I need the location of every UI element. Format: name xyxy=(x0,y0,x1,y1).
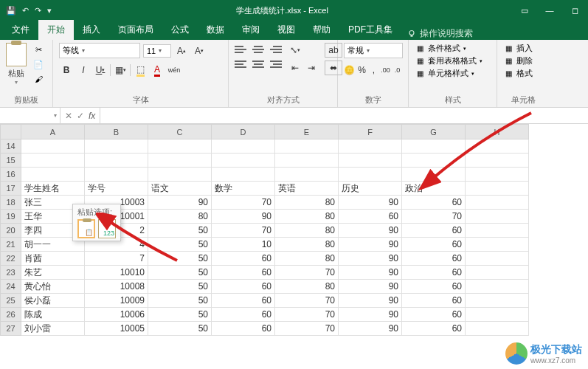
cell-A17[interactable]: 学生姓名 xyxy=(21,182,85,196)
cell-F20[interactable]: 90 xyxy=(339,224,402,238)
cell-H25[interactable] xyxy=(466,294,529,308)
cell-H19[interactable] xyxy=(466,210,529,224)
cell-F25[interactable]: 90 xyxy=(339,294,402,308)
col-header-E[interactable]: E xyxy=(275,125,339,139)
cell-G22[interactable]: 60 xyxy=(402,252,466,266)
tab-view[interactable]: 视图 xyxy=(269,20,304,40)
cell-E23[interactable]: 70 xyxy=(275,266,339,280)
insert-cells-button[interactable]: ▦插入 xyxy=(503,43,543,54)
phonetic-button[interactable]: wén xyxy=(167,63,181,77)
cell-D19[interactable]: 90 xyxy=(212,210,275,224)
row-header-20[interactable]: 20 xyxy=(1,224,21,238)
cell-C21[interactable]: 50 xyxy=(148,238,212,252)
cell-C26[interactable]: 50 xyxy=(148,308,212,322)
cell-H15[interactable] xyxy=(466,154,529,168)
cell-A27[interactable]: 刘小雷 xyxy=(21,322,85,336)
cell-F22[interactable]: 90 xyxy=(339,252,402,266)
currency-button[interactable]: 🪙 xyxy=(344,63,355,77)
row-header-14[interactable]: 14 xyxy=(1,139,21,154)
cell-D18[interactable]: 70 xyxy=(212,196,275,210)
cell-D26[interactable]: 60 xyxy=(212,308,275,322)
cell-H17[interactable] xyxy=(466,182,529,196)
cell-G18[interactable]: 60 xyxy=(402,196,466,210)
cell-A24[interactable]: 黄心怡 xyxy=(21,280,85,294)
cell-G26[interactable]: 60 xyxy=(402,308,466,322)
cell-E27[interactable]: 70 xyxy=(275,322,339,336)
select-all-corner[interactable] xyxy=(1,125,21,139)
row-header-18[interactable]: 18 xyxy=(1,196,21,210)
fx-icon[interactable]: fx xyxy=(89,111,95,121)
cell-H26[interactable] xyxy=(466,308,529,322)
cell-F26[interactable]: 90 xyxy=(339,308,402,322)
cell-A15[interactable] xyxy=(21,154,85,168)
ribbon-options-icon[interactable]: ▭ xyxy=(513,1,536,19)
cell-G16[interactable] xyxy=(402,168,466,182)
col-header-D[interactable]: D xyxy=(212,125,275,139)
cell-F19[interactable]: 60 xyxy=(339,210,402,224)
undo-icon[interactable]: ↶ xyxy=(22,6,29,15)
cell-F18[interactable]: 90 xyxy=(339,196,402,210)
cell-C23[interactable]: 50 xyxy=(148,266,212,280)
cell-D21[interactable]: 10 xyxy=(212,238,275,252)
underline-button[interactable]: U▾ xyxy=(93,63,108,77)
cell-G15[interactable] xyxy=(402,154,466,168)
cell-E20[interactable]: 80 xyxy=(275,224,339,238)
fill-color-button[interactable]: ⬚ xyxy=(133,63,148,77)
row-header-23[interactable]: 23 xyxy=(1,266,21,280)
cell-H23[interactable] xyxy=(466,266,529,280)
cell-C14[interactable] xyxy=(148,139,212,154)
maximize-icon[interactable]: ◻ xyxy=(563,1,587,19)
cell-A16[interactable] xyxy=(21,168,85,182)
cell-E17[interactable]: 英语 xyxy=(275,182,339,196)
row-header-15[interactable]: 15 xyxy=(1,154,21,168)
tab-home[interactable]: 开始 xyxy=(38,20,74,40)
tab-insert[interactable]: 插入 xyxy=(74,20,109,40)
cell-C17[interactable]: 语文 xyxy=(148,182,212,196)
row-header-21[interactable]: 21 xyxy=(1,238,21,252)
cell-A26[interactable]: 陈成 xyxy=(21,308,85,322)
cell-G21[interactable]: 60 xyxy=(402,238,466,252)
border-button[interactable]: ▦▾ xyxy=(113,63,128,77)
cell-D16[interactable] xyxy=(212,168,275,182)
cell-F17[interactable]: 历史 xyxy=(339,182,402,196)
cell-G27[interactable]: 60 xyxy=(402,322,466,336)
tell-me-search[interactable]: 操作说明搜索 xyxy=(407,27,473,40)
row-header-19[interactable]: 19 xyxy=(1,210,21,224)
row-header-16[interactable]: 16 xyxy=(1,168,21,182)
cell-C18[interactable]: 90 xyxy=(148,196,212,210)
minimize-icon[interactable]: — xyxy=(538,1,561,19)
increase-font-icon[interactable]: A▴ xyxy=(174,44,189,58)
cell-F14[interactable] xyxy=(339,139,402,154)
confirm-icon[interactable]: ✓ xyxy=(77,111,84,121)
cell-F15[interactable] xyxy=(339,154,402,168)
row-header-22[interactable]: 22 xyxy=(1,252,21,266)
tab-layout[interactable]: 页面布局 xyxy=(109,20,162,40)
cell-D27[interactable]: 60 xyxy=(212,322,275,336)
font-size-combo[interactable]: 11▾ xyxy=(143,44,171,58)
delete-cells-button[interactable]: ▦删除 xyxy=(503,55,543,66)
font-name-combo[interactable]: 等线▾ xyxy=(59,43,140,58)
name-box[interactable]: ▾ xyxy=(0,108,60,123)
number-format-combo[interactable]: 常规▾ xyxy=(344,43,403,58)
qat-more-icon[interactable]: ▾ xyxy=(47,6,52,15)
cell-A14[interactable] xyxy=(21,139,85,154)
italic-button[interactable]: I xyxy=(76,63,91,77)
cell-B25[interactable]: 10009 xyxy=(85,294,148,308)
cell-B15[interactable] xyxy=(85,154,148,168)
cell-G19[interactable]: 70 xyxy=(402,210,466,224)
cell-G17[interactable]: 政治 xyxy=(402,182,466,196)
cell-F24[interactable]: 90 xyxy=(339,280,402,294)
cell-G14[interactable] xyxy=(402,139,466,154)
format-as-table-button[interactable]: ▦套用表格格式▾ xyxy=(415,55,491,66)
comma-button[interactable]: , xyxy=(369,63,378,77)
cell-D17[interactable]: 数学 xyxy=(212,182,275,196)
redo-icon[interactable]: ↷ xyxy=(35,6,41,15)
cell-B26[interactable]: 10006 xyxy=(85,308,148,322)
conditional-format-button[interactable]: ▦条件格式▾ xyxy=(415,43,491,54)
paste-button[interactable]: 粘贴 ▾ xyxy=(6,43,27,86)
cell-H24[interactable] xyxy=(466,280,529,294)
cell-E16[interactable] xyxy=(275,168,339,182)
cut-icon[interactable]: ✂ xyxy=(31,43,46,56)
cell-E14[interactable] xyxy=(275,139,339,154)
cell-C24[interactable]: 50 xyxy=(148,280,212,294)
